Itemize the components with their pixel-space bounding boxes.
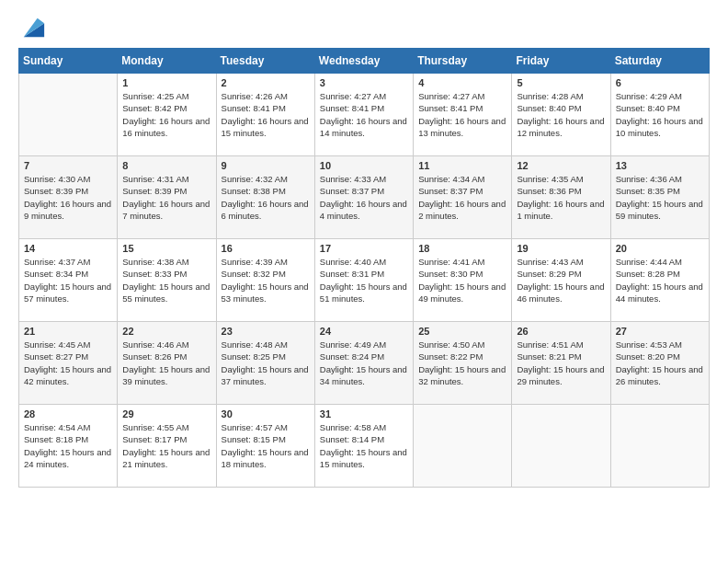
calendar-cell: 19Sunrise: 4:43 AMSunset: 8:29 PMDayligh… bbox=[512, 239, 610, 322]
day-number: 17 bbox=[320, 243, 408, 254]
calendar-cell bbox=[610, 405, 709, 488]
day-number: 27 bbox=[616, 326, 704, 337]
day-number: 21 bbox=[24, 326, 112, 337]
day-info: Sunrise: 4:43 AMSunset: 8:29 PMDaylight:… bbox=[517, 256, 605, 304]
calendar-cell: 7Sunrise: 4:30 AMSunset: 8:39 PMDaylight… bbox=[19, 156, 118, 239]
day-info: Sunrise: 4:44 AMSunset: 8:28 PMDaylight:… bbox=[616, 256, 704, 304]
calendar-cell: 21Sunrise: 4:45 AMSunset: 8:27 PMDayligh… bbox=[19, 322, 118, 405]
day-number: 12 bbox=[517, 160, 605, 171]
week-row-1: 1Sunrise: 4:25 AMSunset: 8:42 PMDaylight… bbox=[19, 74, 710, 156]
column-header-wednesday: Wednesday bbox=[314, 49, 413, 74]
day-number: 19 bbox=[517, 243, 605, 254]
day-number: 29 bbox=[122, 408, 210, 419]
day-info: Sunrise: 4:54 AMSunset: 8:18 PMDaylight:… bbox=[24, 421, 112, 470]
day-number: 30 bbox=[222, 408, 310, 419]
week-row-4: 21Sunrise: 4:45 AMSunset: 8:27 PMDayligh… bbox=[19, 322, 710, 405]
week-row-5: 28Sunrise: 4:54 AMSunset: 8:18 PMDayligh… bbox=[19, 405, 710, 488]
day-info: Sunrise: 4:30 AMSunset: 8:39 PMDaylight:… bbox=[24, 173, 112, 222]
logo bbox=[18, 15, 46, 40]
day-info: Sunrise: 4:25 AMSunset: 8:42 PMDaylight:… bbox=[122, 90, 210, 139]
calendar-body: 1Sunrise: 4:25 AMSunset: 8:42 PMDaylight… bbox=[19, 74, 710, 488]
day-number: 31 bbox=[320, 408, 408, 419]
week-row-3: 14Sunrise: 4:37 AMSunset: 8:34 PMDayligh… bbox=[19, 239, 710, 322]
day-number: 26 bbox=[517, 326, 605, 337]
calendar-cell: 2Sunrise: 4:26 AMSunset: 8:41 PMDaylight… bbox=[216, 74, 314, 156]
day-info: Sunrise: 4:34 AMSunset: 8:37 PMDaylight:… bbox=[418, 173, 506, 222]
calendar-cell: 31Sunrise: 4:58 AMSunset: 8:14 PMDayligh… bbox=[314, 405, 413, 488]
column-header-saturday: Saturday bbox=[610, 49, 709, 74]
day-info: Sunrise: 4:50 AMSunset: 8:22 PMDaylight:… bbox=[418, 339, 506, 387]
day-info: Sunrise: 4:27 AMSunset: 8:41 PMDaylight:… bbox=[320, 90, 408, 139]
calendar-cell: 12Sunrise: 4:35 AMSunset: 8:36 PMDayligh… bbox=[512, 156, 610, 239]
calendar-cell bbox=[512, 405, 610, 488]
day-info: Sunrise: 4:55 AMSunset: 8:17 PMDaylight:… bbox=[122, 421, 210, 470]
day-info: Sunrise: 4:39 AMSunset: 8:32 PMDaylight:… bbox=[222, 256, 310, 304]
day-number: 25 bbox=[418, 326, 506, 337]
calendar-cell: 22Sunrise: 4:46 AMSunset: 8:26 PMDayligh… bbox=[118, 322, 216, 405]
calendar-cell: 3Sunrise: 4:27 AMSunset: 8:41 PMDaylight… bbox=[314, 74, 413, 156]
day-number: 18 bbox=[418, 243, 506, 254]
calendar-cell: 4Sunrise: 4:27 AMSunset: 8:41 PMDaylight… bbox=[414, 74, 512, 156]
day-info: Sunrise: 4:49 AMSunset: 8:24 PMDaylight:… bbox=[320, 339, 408, 387]
calendar-cell: 15Sunrise: 4:38 AMSunset: 8:33 PMDayligh… bbox=[118, 239, 216, 322]
day-number: 2 bbox=[222, 77, 310, 88]
day-number: 24 bbox=[320, 326, 408, 337]
day-number: 15 bbox=[122, 243, 210, 254]
logo-icon bbox=[20, 15, 46, 40]
day-number: 13 bbox=[616, 160, 704, 171]
calendar-cell: 23Sunrise: 4:48 AMSunset: 8:25 PMDayligh… bbox=[216, 322, 314, 405]
calendar-cell: 28Sunrise: 4:54 AMSunset: 8:18 PMDayligh… bbox=[19, 405, 118, 488]
day-info: Sunrise: 4:33 AMSunset: 8:37 PMDaylight:… bbox=[320, 173, 408, 222]
calendar-cell: 26Sunrise: 4:51 AMSunset: 8:21 PMDayligh… bbox=[512, 322, 610, 405]
day-number: 10 bbox=[320, 160, 408, 171]
calendar-cell: 25Sunrise: 4:50 AMSunset: 8:22 PMDayligh… bbox=[414, 322, 512, 405]
week-row-2: 7Sunrise: 4:30 AMSunset: 8:39 PMDaylight… bbox=[19, 156, 710, 239]
day-number: 1 bbox=[122, 77, 210, 88]
day-info: Sunrise: 4:48 AMSunset: 8:25 PMDaylight:… bbox=[222, 339, 310, 387]
calendar-cell: 9Sunrise: 4:32 AMSunset: 8:38 PMDaylight… bbox=[216, 156, 314, 239]
day-info: Sunrise: 4:38 AMSunset: 8:33 PMDaylight:… bbox=[122, 256, 210, 304]
day-number: 23 bbox=[222, 326, 310, 337]
day-info: Sunrise: 4:29 AMSunset: 8:40 PMDaylight:… bbox=[616, 90, 704, 139]
day-number: 6 bbox=[616, 77, 704, 88]
day-info: Sunrise: 4:27 AMSunset: 8:41 PMDaylight:… bbox=[418, 90, 506, 139]
calendar-cell: 14Sunrise: 4:37 AMSunset: 8:34 PMDayligh… bbox=[19, 239, 118, 322]
header-row: SundayMondayTuesdayWednesdayThursdayFrid… bbox=[19, 49, 710, 74]
column-header-friday: Friday bbox=[512, 49, 610, 74]
day-info: Sunrise: 4:35 AMSunset: 8:36 PMDaylight:… bbox=[517, 173, 605, 222]
day-number: 28 bbox=[24, 408, 112, 419]
day-number: 14 bbox=[24, 243, 112, 254]
day-info: Sunrise: 4:51 AMSunset: 8:21 PMDaylight:… bbox=[517, 339, 605, 387]
calendar-cell: 6Sunrise: 4:29 AMSunset: 8:40 PMDaylight… bbox=[610, 74, 709, 156]
calendar-cell: 13Sunrise: 4:36 AMSunset: 8:35 PMDayligh… bbox=[610, 156, 709, 239]
day-info: Sunrise: 4:53 AMSunset: 8:20 PMDaylight:… bbox=[616, 339, 704, 387]
day-info: Sunrise: 4:28 AMSunset: 8:40 PMDaylight:… bbox=[517, 90, 605, 139]
column-header-tuesday: Tuesday bbox=[216, 49, 314, 74]
day-info: Sunrise: 4:58 AMSunset: 8:14 PMDaylight:… bbox=[320, 421, 408, 470]
calendar-cell: 20Sunrise: 4:44 AMSunset: 8:28 PMDayligh… bbox=[610, 239, 709, 322]
calendar-cell: 30Sunrise: 4:57 AMSunset: 8:15 PMDayligh… bbox=[216, 405, 314, 488]
day-number: 4 bbox=[418, 77, 506, 88]
day-number: 22 bbox=[122, 326, 210, 337]
calendar-cell: 24Sunrise: 4:49 AMSunset: 8:24 PMDayligh… bbox=[314, 322, 413, 405]
page-header bbox=[18, 15, 710, 40]
day-info: Sunrise: 4:57 AMSunset: 8:15 PMDaylight:… bbox=[222, 421, 310, 470]
day-number: 11 bbox=[418, 160, 506, 171]
day-info: Sunrise: 4:26 AMSunset: 8:41 PMDaylight:… bbox=[222, 90, 310, 139]
day-number: 7 bbox=[24, 160, 112, 171]
day-number: 8 bbox=[122, 160, 210, 171]
column-header-monday: Monday bbox=[118, 49, 216, 74]
day-info: Sunrise: 4:41 AMSunset: 8:30 PMDaylight:… bbox=[418, 256, 506, 304]
calendar-cell: 10Sunrise: 4:33 AMSunset: 8:37 PMDayligh… bbox=[314, 156, 413, 239]
calendar-cell: 27Sunrise: 4:53 AMSunset: 8:20 PMDayligh… bbox=[610, 322, 709, 405]
calendar-cell: 8Sunrise: 4:31 AMSunset: 8:39 PMDaylight… bbox=[118, 156, 216, 239]
day-info: Sunrise: 4:36 AMSunset: 8:35 PMDaylight:… bbox=[616, 173, 704, 222]
calendar-cell: 1Sunrise: 4:25 AMSunset: 8:42 PMDaylight… bbox=[118, 74, 216, 156]
column-header-sunday: Sunday bbox=[19, 49, 118, 74]
calendar-cell: 11Sunrise: 4:34 AMSunset: 8:37 PMDayligh… bbox=[414, 156, 512, 239]
calendar-cell bbox=[19, 74, 118, 156]
day-info: Sunrise: 4:32 AMSunset: 8:38 PMDaylight:… bbox=[222, 173, 310, 222]
day-number: 16 bbox=[222, 243, 310, 254]
calendar-cell: 18Sunrise: 4:41 AMSunset: 8:30 PMDayligh… bbox=[414, 239, 512, 322]
calendar-cell: 16Sunrise: 4:39 AMSunset: 8:32 PMDayligh… bbox=[216, 239, 314, 322]
